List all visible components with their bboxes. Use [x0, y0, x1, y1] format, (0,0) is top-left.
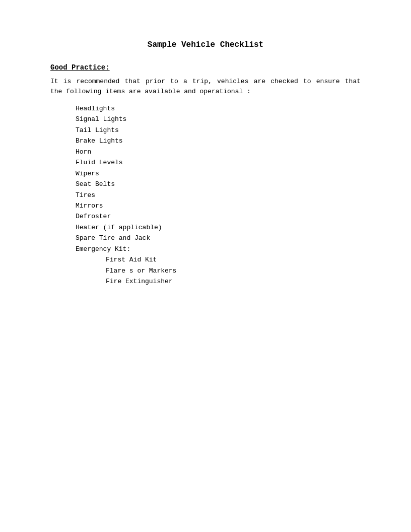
list-item: Tires [76, 190, 361, 201]
intro-text: It is recommended that prior to a trip, … [50, 77, 361, 96]
page-title: Sample Vehicle Checklist [50, 40, 361, 49]
list-item: First Aid Kit [106, 254, 361, 265]
list-item: Flare s or Markers [106, 265, 361, 276]
list-item: Horn [76, 147, 361, 157]
list-item: Fire Extinguisher [106, 276, 361, 287]
page: Sample Vehicle Checklist Good Practice: … [0, 0, 411, 532]
list-item: Mirrors [76, 201, 361, 211]
list-item: Seat Belts [76, 179, 361, 189]
list-item: Spare Tire and Jack [76, 233, 361, 243]
checklist: HeadlightsSignal LightsTail LightsBrake … [76, 103, 361, 287]
list-item: Wipers [76, 168, 361, 179]
section-heading: Good Practice: [50, 63, 361, 72]
list-item: Heater (if applicable) [76, 222, 361, 233]
list-item: Defroster [76, 211, 361, 222]
list-item: Fluid Levels [76, 157, 361, 168]
list-item: Brake Lights [76, 136, 361, 146]
list-item: Tail Lights [76, 125, 361, 136]
list-item: Emergency Kit: [76, 244, 361, 254]
sub-checklist: First Aid KitFlare s or MarkersFire Exti… [106, 254, 361, 287]
list-item: Signal Lights [76, 114, 361, 124]
list-item: Headlights [76, 103, 361, 114]
